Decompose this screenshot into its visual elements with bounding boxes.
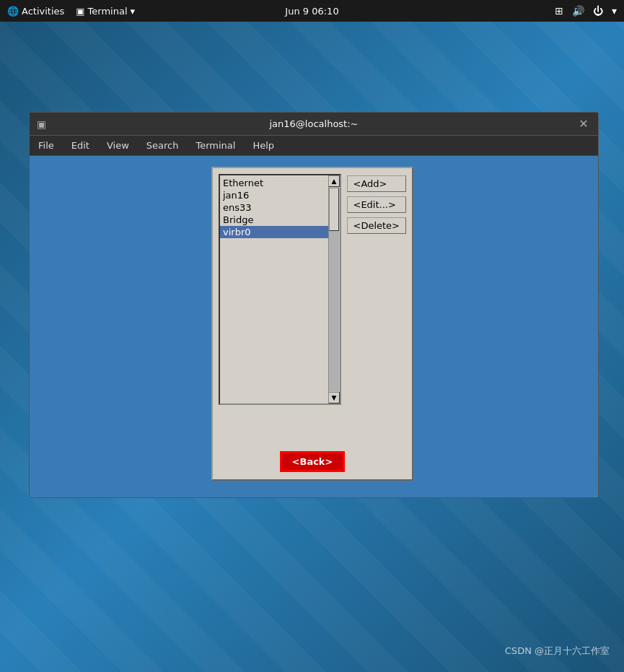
nm-inner: Ethernet jan16 ens33 Bridge virbr0 ▲ (219, 174, 406, 474)
list-item-ens33[interactable]: ens33 (220, 201, 328, 214)
volume-icon[interactable]: 🔊 (572, 5, 584, 17)
activities-button[interactable]: 🌐 Activities (7, 6, 64, 17)
activities-icon: 🌐 (7, 6, 19, 17)
terminal-dropdown-icon: ▾ (131, 6, 136, 17)
nm-actions: <Add> <Edit...> <Delete> (347, 174, 407, 447)
terminal-title: jan16@localhost:~ (270, 118, 359, 129)
activities-label: Activities (22, 6, 64, 17)
delete-button[interactable]: <Delete> (347, 217, 407, 234)
terminal-titlebar: ▣ jan16@localhost:~ ✕ (30, 113, 598, 136)
terminal-title-icon: ▣ (37, 118, 46, 130)
watermark: CSDN @正月十六工作室 (505, 645, 610, 658)
list-item-virbr0[interactable]: virbr0 (220, 226, 328, 238)
watermark-text: CSDN @正月十六工作室 (505, 645, 610, 656)
terminal-close-button[interactable]: ✕ (576, 117, 591, 131)
nm-bottom: <Back> (219, 447, 406, 474)
list-item-jan16[interactable]: jan16 (220, 189, 328, 201)
datetime-label: Jun 9 06:10 (285, 6, 338, 17)
nm-list-area: Ethernet jan16 ens33 Bridge virbr0 ▲ (219, 174, 341, 405)
power-dropdown-icon: ▾ (612, 5, 617, 17)
topbar: 🌐 Activities ▣ Terminal ▾ Jun 9 06:10 ⊞ … (0, 0, 624, 22)
network-icon[interactable]: ⊞ (555, 5, 563, 17)
scroll-track[interactable] (329, 188, 339, 391)
terminal-icon: ▣ (76, 6, 84, 17)
terminal-label: Terminal (88, 6, 128, 17)
topbar-left: 🌐 Activities ▣ Terminal ▾ (7, 6, 135, 17)
menu-view[interactable]: View (104, 139, 132, 152)
menu-terminal[interactable]: Terminal (193, 139, 238, 152)
nm-dialog: Ethernet jan16 ens33 Bridge virbr0 ▲ (211, 167, 413, 481)
nm-list-container: Ethernet jan16 ens33 Bridge virbr0 ▲ (219, 174, 406, 447)
terminal-menu-button[interactable]: ▣ Terminal ▾ (76, 6, 135, 17)
terminal-menubar: File Edit View Search Terminal Help (30, 136, 598, 156)
desktop: 🌐 Activities ▣ Terminal ▾ Jun 9 06:10 ⊞ … (0, 0, 624, 672)
scroll-down-arrow[interactable]: ▼ (328, 392, 340, 403)
terminal-body[interactable]: Ethernet jan16 ens33 Bridge virbr0 ▲ (30, 156, 598, 497)
edit-button[interactable]: <Edit...> (347, 196, 407, 213)
menu-edit[interactable]: Edit (69, 139, 92, 152)
topbar-datetime: Jun 9 06:10 (285, 6, 338, 17)
scroll-up-arrow[interactable]: ▲ (328, 175, 340, 187)
menu-search[interactable]: Search (144, 139, 182, 152)
back-button[interactable]: <Back> (280, 451, 346, 472)
power-icon[interactable]: ⏻ (593, 5, 603, 17)
topbar-right: ⊞ 🔊 ⏻ ▾ (555, 5, 617, 17)
list-item-bridge[interactable]: Bridge (220, 214, 328, 226)
terminal-window: ▣ jan16@localhost:~ ✕ File Edit View Sea… (29, 112, 599, 498)
list-item-ethernet[interactable]: Ethernet (220, 177, 328, 189)
nm-list-content: Ethernet jan16 ens33 Bridge virbr0 (220, 175, 328, 403)
menu-help[interactable]: Help (250, 139, 277, 152)
scroll-thumb[interactable] (329, 188, 339, 231)
menu-file[interactable]: File (35, 139, 57, 152)
add-button[interactable]: <Add> (347, 175, 407, 192)
nm-scrollbar: ▲ ▼ (328, 175, 340, 403)
